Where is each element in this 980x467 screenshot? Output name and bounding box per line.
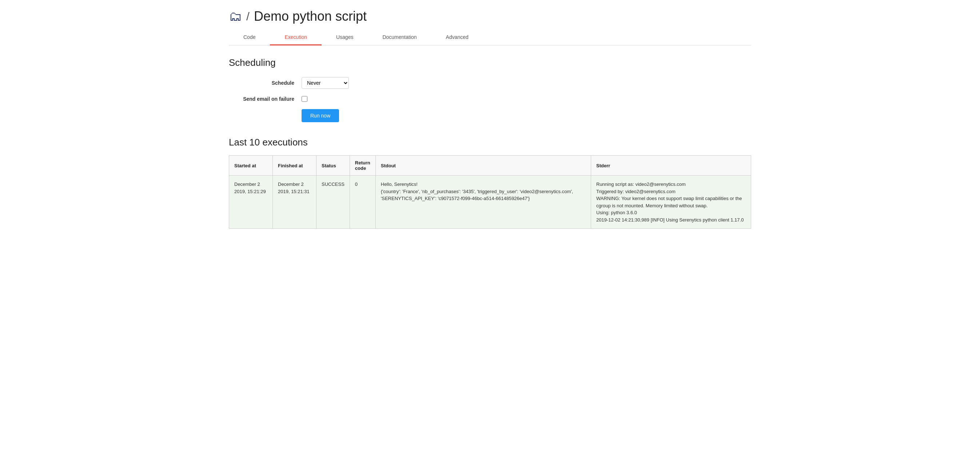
send-email-row: Send email on failure: [236, 96, 751, 102]
scheduling-title: Scheduling: [229, 57, 751, 68]
page-header: 🗂 / Demo python script: [229, 9, 751, 24]
cell-status: SUCCESS: [317, 176, 350, 229]
cell-started-at: December 2 2019, 15:21:29: [229, 176, 273, 229]
tab-documentation[interactable]: Documentation: [368, 30, 431, 46]
run-now-button[interactable]: Run now: [302, 109, 339, 122]
table-row: December 2 2019, 15:21:29 December 2 201…: [229, 176, 751, 229]
scheduling-section: Scheduling Schedule Never Daily Weekly M…: [229, 57, 751, 122]
run-now-row: Run now: [236, 109, 751, 122]
cell-return-code: 0: [350, 176, 375, 229]
folder-icon: 🗂: [229, 9, 242, 24]
tab-advanced[interactable]: Advanced: [431, 30, 483, 46]
schedule-control: Never Daily Weekly Monthly: [302, 77, 349, 89]
send-email-label: Send email on failure: [236, 96, 302, 102]
schedule-label: Schedule: [236, 80, 302, 86]
executions-table-header: Started at Finished at Status Return cod…: [229, 156, 751, 176]
send-email-checkbox[interactable]: [302, 96, 307, 102]
executions-title: Last 10 executions: [229, 137, 751, 148]
cell-stdout: Hello, Serenytics! {'country': 'France',…: [375, 176, 591, 229]
scheduling-form: Schedule Never Daily Weekly Monthly Send…: [229, 77, 751, 122]
col-finished-at: Finished at: [273, 156, 317, 176]
tab-usages[interactable]: Usages: [321, 30, 368, 46]
tab-code[interactable]: Code: [229, 30, 270, 46]
run-now-control: Run now: [302, 109, 339, 122]
cell-stderr: Running script as: video2@serenytics.com…: [591, 176, 751, 229]
tab-nav: Code Execution Usages Documentation Adva…: [229, 30, 751, 46]
schedule-row: Schedule Never Daily Weekly Monthly: [236, 77, 751, 89]
cell-finished-at: December 2 2019, 15:21:31: [273, 176, 317, 229]
col-stderr: Stderr: [591, 156, 751, 176]
executions-section: Last 10 executions Started at Finished a…: [229, 137, 751, 229]
tab-execution[interactable]: Execution: [270, 30, 321, 46]
page-title: Demo python script: [254, 9, 367, 24]
schedule-select[interactable]: Never Daily Weekly Monthly: [302, 77, 349, 89]
executions-header-row: Started at Finished at Status Return cod…: [229, 156, 751, 176]
col-status: Status: [317, 156, 350, 176]
send-email-control: [302, 96, 307, 102]
col-started-at: Started at: [229, 156, 273, 176]
col-stdout: Stdout: [375, 156, 591, 176]
col-return-code: Return code: [350, 156, 375, 176]
executions-table-body: December 2 2019, 15:21:29 December 2 201…: [229, 176, 751, 229]
executions-table: Started at Finished at Status Return cod…: [229, 155, 751, 229]
